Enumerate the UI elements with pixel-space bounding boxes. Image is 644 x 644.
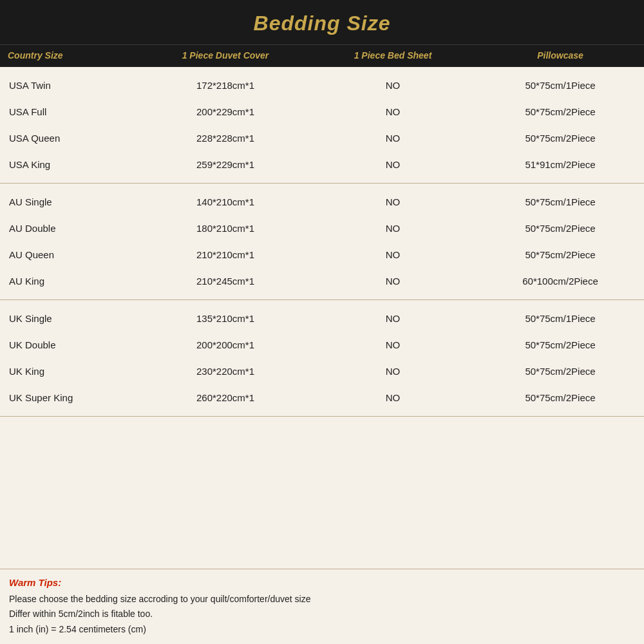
warm-tips-line: Differ within 5cm/2inch is fitable too. — [9, 607, 635, 622]
cell-duvet: 180*210cm*1 — [142, 222, 309, 235]
cell-sheet: NO — [309, 158, 477, 171]
cell-duvet: 135*210cm*1 — [142, 312, 309, 325]
cell-country: AU Single — [0, 195, 142, 209]
cell-pillow: 50*75cm/2Piece — [477, 131, 644, 145]
cell-country: AU King — [0, 274, 142, 288]
section-uk: UK Single135*210cm*1NO50*75cm/1PieceUK D… — [0, 300, 644, 417]
cell-pillow: 50*75cm/2Piece — [477, 365, 644, 378]
cell-sheet: NO — [309, 274, 477, 288]
section-usa: USA Twin172*218cm*1NO50*75cm/1PieceUSA F… — [0, 67, 644, 184]
cell-country: USA Twin — [0, 79, 142, 92]
table-row: AU King210*245cm*1NO60*100cm/2Piece — [0, 268, 644, 294]
cell-pillow: 50*75cm/2Piece — [477, 338, 644, 352]
table-row: AU Double180*210cm*1NO50*75cm/2Piece — [0, 215, 644, 242]
warm-tips-title: Warm Tips: — [9, 577, 635, 588]
header: Bedding Size — [0, 0, 644, 44]
cell-pillow: 60*100cm/2Piece — [477, 274, 644, 288]
table-row: USA Twin172*218cm*1NO50*75cm/1Piece — [0, 72, 644, 99]
cell-duvet: 230*220cm*1 — [142, 365, 309, 378]
warm-tips-body: Please choose the bedding size accroding… — [9, 592, 635, 638]
table-row: USA King259*229cm*1NO51*91cm/2Piece — [0, 151, 644, 178]
cell-country: USA Queen — [0, 131, 142, 145]
cell-duvet: 200*229cm*1 — [142, 105, 309, 118]
warm-tips-section: Warm Tips: Please choose the bedding siz… — [0, 569, 644, 644]
cell-country: AU Double — [0, 222, 142, 235]
table-row: UK Super King260*220cm*1NO50*75cm/2Piece — [0, 384, 644, 411]
column-headers: Country Size 1 Piece Duvet Cover 1 Piece… — [0, 44, 644, 67]
cell-sheet: NO — [309, 195, 477, 209]
table-row: USA Queen228*228cm*1NO50*75cm/2Piece — [0, 125, 644, 151]
table-row: UK Double200*200cm*1NO50*75cm/2Piece — [0, 332, 644, 358]
cell-duvet: 200*200cm*1 — [142, 338, 309, 352]
table-row: AU Single140*210cm*1NO50*75cm/1Piece — [0, 189, 644, 215]
cell-duvet: 260*220cm*1 — [142, 391, 309, 404]
cell-duvet: 140*210cm*1 — [142, 195, 309, 209]
col-header-pillow: Pillowcase — [477, 50, 644, 61]
cell-sheet: NO — [309, 222, 477, 235]
page-title: Bedding Size — [0, 12, 644, 35]
warm-tips-line: 1 inch (in) = 2.54 centimeters (cm) — [9, 622, 635, 638]
table-row: AU Queen210*210cm*1NO50*75cm/2Piece — [0, 242, 644, 268]
cell-country: UK Single — [0, 312, 142, 325]
cell-sheet: NO — [309, 312, 477, 325]
cell-sheet: NO — [309, 391, 477, 404]
cell-sheet: NO — [309, 365, 477, 378]
cell-country: UK King — [0, 365, 142, 378]
col-header-country: Country Size — [0, 50, 142, 61]
cell-pillow: 50*75cm/2Piece — [477, 105, 644, 118]
cell-pillow: 51*91cm/2Piece — [477, 158, 644, 171]
cell-pillow: 50*75cm/1Piece — [477, 195, 644, 209]
cell-country: AU Queen — [0, 248, 142, 261]
cell-sheet: NO — [309, 248, 477, 261]
warm-tips-line: Please choose the bedding size accroding… — [9, 592, 635, 607]
cell-pillow: 50*75cm/2Piece — [477, 248, 644, 261]
cell-duvet: 259*229cm*1 — [142, 158, 309, 171]
cell-pillow: 50*75cm/1Piece — [477, 79, 644, 92]
content-area: USA Twin172*218cm*1NO50*75cm/1PieceUSA F… — [0, 67, 644, 569]
cell-country: USA Full — [0, 105, 142, 118]
table-row: UK Single135*210cm*1NO50*75cm/1Piece — [0, 305, 644, 332]
cell-sheet: NO — [309, 338, 477, 352]
cell-country: USA King — [0, 158, 142, 171]
cell-sheet: NO — [309, 105, 477, 118]
table-row: USA Full200*229cm*1NO50*75cm/2Piece — [0, 99, 644, 125]
cell-duvet: 210*210cm*1 — [142, 248, 309, 261]
page-wrapper: Bedding Size Country Size 1 Piece Duvet … — [0, 0, 644, 644]
cell-duvet: 210*245cm*1 — [142, 274, 309, 288]
col-header-duvet: 1 Piece Duvet Cover — [142, 50, 309, 61]
cell-duvet: 228*228cm*1 — [142, 131, 309, 145]
cell-country: UK Super King — [0, 391, 142, 404]
cell-sheet: NO — [309, 79, 477, 92]
cell-sheet: NO — [309, 131, 477, 145]
section-au: AU Single140*210cm*1NO50*75cm/1PieceAU D… — [0, 184, 644, 300]
cell-country: UK Double — [0, 338, 142, 352]
col-header-sheet: 1 Piece Bed Sheet — [309, 50, 477, 61]
cell-duvet: 172*218cm*1 — [142, 79, 309, 92]
table-row: UK King230*220cm*1NO50*75cm/2Piece — [0, 358, 644, 384]
cell-pillow: 50*75cm/1Piece — [477, 312, 644, 325]
cell-pillow: 50*75cm/2Piece — [477, 391, 644, 404]
cell-pillow: 50*75cm/2Piece — [477, 222, 644, 235]
